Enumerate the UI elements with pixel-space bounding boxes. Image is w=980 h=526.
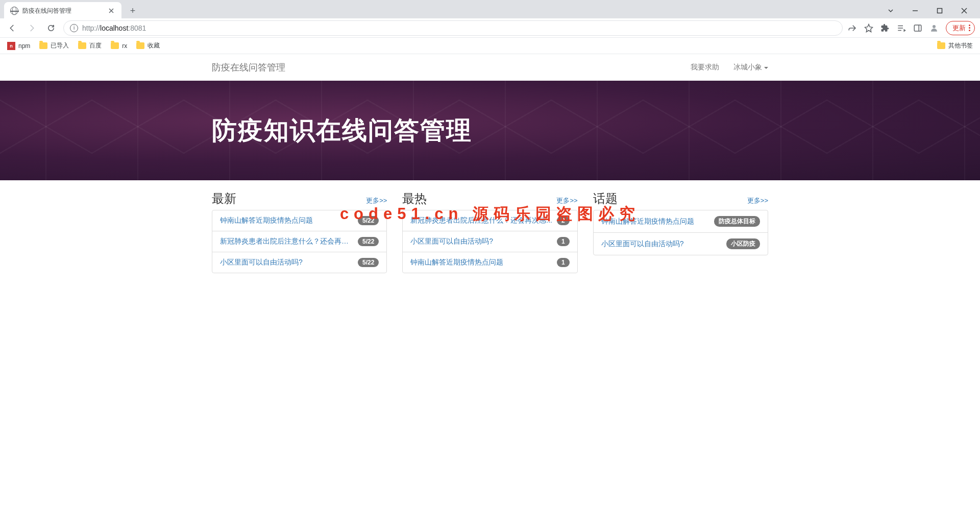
maximize-button[interactable] xyxy=(928,3,951,18)
sidepanel-icon[interactable] xyxy=(913,23,922,33)
profile-icon[interactable] xyxy=(929,23,939,33)
caret-down-icon xyxy=(764,67,768,69)
svg-rect-1 xyxy=(914,25,921,31)
column-topics: 话题 更多>> 钟南山解答近期疫情热点问题防疫总体目标 小区里面可以自由活动吗?… xyxy=(593,190,768,273)
badge: 小区防疫 xyxy=(726,238,760,249)
new-tab-button[interactable]: + xyxy=(126,4,140,18)
address-bar[interactable]: i http://localhost:8081 xyxy=(63,20,843,36)
browser-chrome: 防疫在线问答管理 + i http://localhost:8081 xyxy=(0,0,980,54)
badge: 5/22 xyxy=(358,216,379,225)
badge: 1 xyxy=(557,258,570,267)
svg-rect-0 xyxy=(938,9,942,13)
folder-icon xyxy=(111,42,119,49)
list-item[interactable]: 小区里面可以自由活动吗?小区防疫 xyxy=(594,233,768,255)
chevron-down-icon[interactable] xyxy=(879,3,902,18)
list-item[interactable]: 小区里面可以自由活动吗?1 xyxy=(403,231,577,252)
url-text: http://localhost:8081 xyxy=(82,24,146,32)
npm-icon: n xyxy=(7,42,15,50)
badge: 1 xyxy=(557,237,570,246)
nav-help-link[interactable]: 我要求助 xyxy=(691,63,719,72)
folder-icon xyxy=(39,42,47,49)
minimize-button[interactable] xyxy=(903,3,927,18)
column-title: 最新 xyxy=(212,190,236,207)
bookmark-rx[interactable]: rx xyxy=(111,42,127,50)
menu-dots-icon xyxy=(969,25,970,31)
bookmark-npm[interactable]: nnpm xyxy=(7,42,30,50)
list-item[interactable]: 钟南山解答近期疫情热点问题1 xyxy=(403,252,577,273)
close-icon[interactable] xyxy=(107,7,115,15)
window-controls xyxy=(879,3,976,18)
list-item[interactable]: 小区里面可以自由活动吗?5/22 xyxy=(212,252,386,273)
nav-user-dropdown[interactable]: 冰城小象 xyxy=(733,63,768,72)
tab-strip: 防疫在线问答管理 + xyxy=(0,0,980,18)
extensions-icon[interactable] xyxy=(880,23,890,33)
bookmark-bar: nnpm 已导入 百度 rx 收藏 其他书签 xyxy=(0,38,980,54)
column-hot: 最热 更多>> 新冠肺炎患者出院后注意什么？还会再次感...2 小区里面可以自由… xyxy=(402,190,577,273)
update-button[interactable]: 更新 xyxy=(946,21,975,35)
folder-icon xyxy=(136,42,144,49)
badge: 防疫总体目标 xyxy=(714,216,760,227)
other-bookmarks[interactable]: 其他书签 xyxy=(937,41,973,50)
content-columns: 最新 更多>> 钟南山解答近期疫情热点问题5/22 新冠肺炎患者出院后注意什么？… xyxy=(212,190,768,273)
list-latest: 钟南山解答近期疫情热点问题5/22 新冠肺炎患者出院后注意什么？还会再次感...… xyxy=(212,210,387,273)
bookmark-imported[interactable]: 已导入 xyxy=(39,41,69,50)
svg-point-2 xyxy=(933,25,936,28)
back-button[interactable] xyxy=(5,21,19,35)
list-item[interactable]: 新冠肺炎患者出院后注意什么？还会再次感...2 xyxy=(403,210,577,231)
star-icon[interactable] xyxy=(864,23,873,33)
badge: 2 xyxy=(557,216,570,225)
list-item[interactable]: 钟南山解答近期疫情热点问题5/22 xyxy=(212,210,386,231)
globe-icon xyxy=(10,7,18,15)
forward-button[interactable] xyxy=(24,21,39,35)
column-title: 话题 xyxy=(593,190,618,207)
list-item[interactable]: 钟南山解答近期疫情热点问题防疫总体目标 xyxy=(594,210,768,233)
share-icon[interactable] xyxy=(848,23,857,33)
close-window-button[interactable] xyxy=(952,3,976,18)
site-info-icon[interactable]: i xyxy=(70,24,78,32)
toolbar-actions: 更新 xyxy=(848,21,975,35)
browser-toolbar: i http://localhost:8081 更新 xyxy=(0,18,980,38)
hero-title: 防疫知识在线问答管理 xyxy=(212,114,472,148)
list-topics: 钟南山解答近期疫情热点问题防疫总体目标 小区里面可以自由活动吗?小区防疫 xyxy=(593,210,768,255)
app-navbar: 防疫在线问答管理 我要求助 冰城小象 xyxy=(0,54,980,81)
badge: 5/22 xyxy=(358,237,379,246)
more-link[interactable]: 更多>> xyxy=(556,196,577,205)
update-label: 更新 xyxy=(952,23,966,33)
more-link[interactable]: 更多>> xyxy=(366,196,387,205)
folder-icon xyxy=(937,42,945,49)
more-link[interactable]: 更多>> xyxy=(747,196,768,205)
playlist-icon[interactable] xyxy=(897,23,906,33)
badge: 5/22 xyxy=(358,258,379,267)
browser-tab[interactable]: 防疫在线问答管理 xyxy=(4,2,121,19)
column-title: 最热 xyxy=(402,190,427,207)
list-hot: 新冠肺炎患者出院后注意什么？还会再次感...2 小区里面可以自由活动吗?1 钟南… xyxy=(402,210,577,273)
bookmark-fav[interactable]: 收藏 xyxy=(136,41,160,50)
bookmark-baidu[interactable]: 百度 xyxy=(78,41,102,50)
reload-button[interactable] xyxy=(44,21,58,35)
list-item[interactable]: 新冠肺炎患者出院后注意什么？还会再次感...5/22 xyxy=(212,231,386,252)
column-latest: 最新 更多>> 钟南山解答近期疫情热点问题5/22 新冠肺炎患者出院后注意什么？… xyxy=(212,190,387,273)
app-brand[interactable]: 防疫在线问答管理 xyxy=(212,61,285,74)
hero-banner: 防疫知识在线问答管理 xyxy=(0,81,980,180)
folder-icon xyxy=(78,42,86,49)
tab-title: 防疫在线问答管理 xyxy=(22,7,103,15)
